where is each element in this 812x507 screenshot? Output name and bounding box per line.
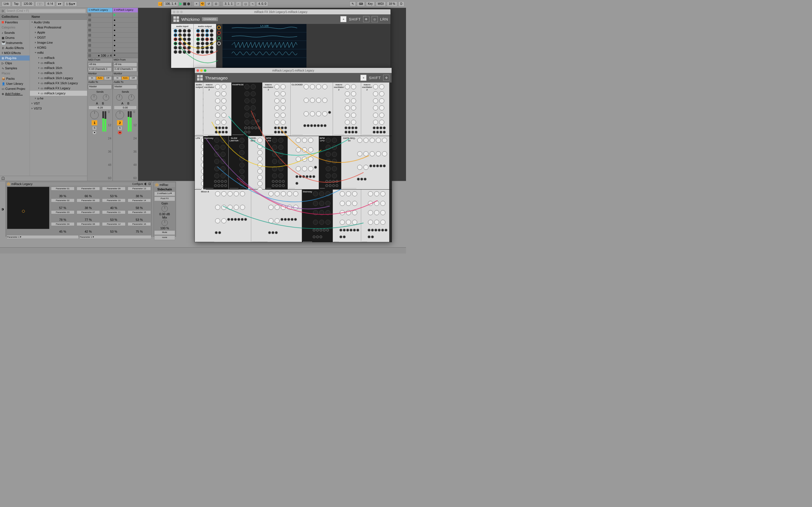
- jack[interactable]: [351, 131, 354, 133]
- module-macro-oscillator-2[interactable]: macro oscillator 2: [262, 82, 291, 136]
- module-bpm-lfo[interactable]: BPM LFO: [265, 136, 288, 189]
- knob[interactable]: [272, 159, 277, 164]
- jack[interactable]: [291, 218, 294, 221]
- jack[interactable]: [217, 180, 220, 183]
- knob[interactable]: [220, 166, 225, 171]
- module-stairway[interactable]: Stairway: [203, 136, 229, 189]
- knob[interactable]: [319, 210, 324, 215]
- clip-slot[interactable]: ●: [113, 48, 138, 53]
- knob[interactable]: [274, 218, 280, 223]
- jack[interactable]: [251, 126, 254, 129]
- jack[interactable]: [174, 38, 177, 41]
- knob[interactable]: [322, 84, 327, 89]
- jack[interactable]: [307, 124, 310, 127]
- knob[interactable]: [308, 157, 313, 162]
- jack[interactable]: [350, 229, 352, 231]
- packs-item[interactable]: 📦 Packs: [0, 76, 30, 81]
- knob[interactable]: [357, 151, 362, 156]
- clip-slot[interactable]: [87, 43, 112, 48]
- knob[interactable]: [310, 84, 315, 89]
- jack[interactable]: [374, 229, 377, 231]
- shift-button[interactable]: SHIFT: [369, 76, 381, 80]
- param-slider-icon[interactable]: △: [51, 214, 74, 218]
- param-value[interactable]: 53 %: [128, 218, 151, 222]
- move-icon[interactable]: ✥: [363, 16, 369, 22]
- jack[interactable]: [215, 231, 218, 234]
- jack[interactable]: [274, 126, 277, 129]
- jack[interactable]: [278, 180, 282, 183]
- knob[interactable]: [268, 191, 273, 196]
- configure-button[interactable]: Configure: [132, 182, 143, 185]
- knob[interactable]: [239, 169, 245, 174]
- send-b-knob[interactable]: [103, 94, 109, 101]
- jack[interactable]: [275, 184, 278, 187]
- jack[interactable]: [364, 178, 366, 180]
- knob[interactable]: [272, 152, 277, 157]
- knob[interactable]: [251, 113, 256, 118]
- close-icon[interactable]: [173, 11, 175, 13]
- midi-ch-select[interactable]: ‡ All Channels ‡: [114, 67, 137, 71]
- knob[interactable]: [357, 138, 362, 143]
- jack[interactable]: [201, 38, 204, 41]
- jack[interactable]: [272, 180, 274, 183]
- knob[interactable]: [257, 163, 262, 168]
- knob[interactable]: [332, 166, 337, 171]
- device-save-icon[interactable]: ⊡: [148, 182, 151, 186]
- knob[interactable]: [374, 191, 379, 196]
- knob[interactable]: [325, 201, 331, 206]
- jack[interactable]: [302, 175, 305, 178]
- knob[interactable]: [274, 98, 280, 103]
- knob[interactable]: [274, 91, 280, 96]
- learn-button[interactable]: LRN: [380, 17, 388, 21]
- clip-slot[interactable]: ●: [113, 33, 138, 38]
- knob[interactable]: [325, 191, 331, 196]
- knob[interactable]: [281, 120, 286, 125]
- jack[interactable]: [379, 126, 382, 129]
- knob[interactable]: [215, 120, 220, 125]
- jack[interactable]: [329, 180, 332, 183]
- knob[interactable]: [368, 201, 373, 206]
- jack[interactable]: [287, 218, 290, 221]
- param-value[interactable]: 42 %: [77, 230, 100, 233]
- knob[interactable]: [272, 173, 277, 178]
- clip-slot[interactable]: ●: [113, 22, 138, 27]
- knob[interactable]: [325, 220, 331, 225]
- knob[interactable]: [373, 113, 378, 118]
- knob[interactable]: [373, 84, 378, 89]
- param-y-select[interactable]: Parameter 1▼: [79, 235, 151, 239]
- jack[interactable]: [201, 46, 204, 50]
- pan-knob[interactable]: [90, 111, 99, 119]
- knob[interactable]: [245, 105, 250, 110]
- jack[interactable]: [325, 184, 328, 187]
- jack[interactable]: [210, 46, 213, 50]
- knob[interactable]: [240, 191, 245, 196]
- param-slider-icon[interactable]: △: [102, 214, 125, 218]
- knob[interactable]: [310, 98, 315, 103]
- knob[interactable]: [272, 138, 277, 143]
- jack[interactable]: [282, 184, 285, 187]
- sounds-item[interactable]: ♪ Sounds: [0, 30, 30, 35]
- tree-vst3[interactable]: VST3: [30, 106, 87, 111]
- knob[interactable]: [251, 105, 256, 110]
- jack[interactable]: [323, 229, 326, 231]
- time-sig[interactable]: 4 / 4: [45, 1, 55, 6]
- browser-preview-icon[interactable]: 🎧: [1, 177, 5, 180]
- knob[interactable]: [374, 220, 379, 225]
- jack[interactable]: [201, 29, 204, 33]
- knob[interactable]: [272, 145, 277, 150]
- knob[interactable]: [281, 98, 286, 103]
- knob[interactable]: [319, 201, 324, 206]
- minimize-icon[interactable]: [200, 69, 203, 72]
- clip-slot[interactable]: [87, 17, 112, 22]
- knob[interactable]: [274, 191, 280, 196]
- jack[interactable]: [241, 218, 244, 221]
- param-value[interactable]: 53 %: [102, 194, 125, 198]
- link-button[interactable]: Link: [2, 1, 11, 6]
- knob[interactable]: [346, 191, 351, 196]
- module-stairway[interactable]: Stairway: [302, 189, 333, 242]
- knob[interactable]: [363, 165, 368, 170]
- knob[interactable]: [257, 138, 262, 143]
- knob[interactable]: [319, 220, 324, 225]
- clip-slot[interactable]: [87, 27, 112, 33]
- tree-mifki[interactable]: mifki: [30, 50, 87, 55]
